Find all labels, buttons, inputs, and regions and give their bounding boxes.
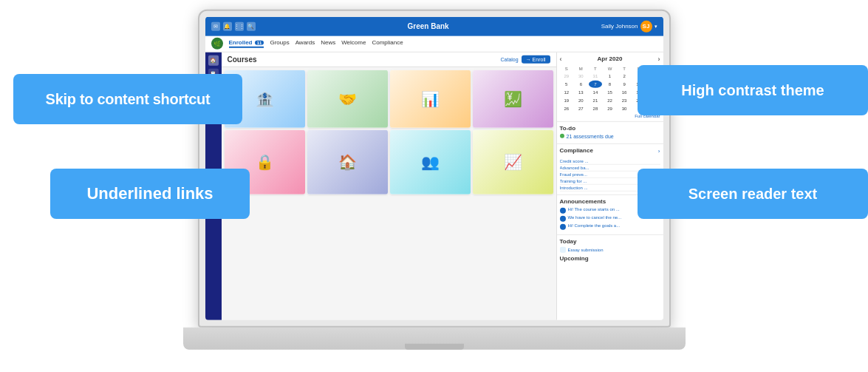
cal-day-27[interactable]: 27 [574, 104, 588, 112]
high-contrast-callout[interactable]: High contrast theme [638, 65, 868, 115]
username-label: Sally Johnson [601, 23, 638, 30]
calendar-month-year: Apr 2020 [598, 55, 623, 62]
cal-day-14[interactable]: 14 [589, 88, 603, 95]
cal-header-w: W [603, 65, 617, 71]
tab-groups[interactable]: Groups [270, 39, 289, 48]
tab-welcome[interactable]: Welcome [341, 39, 366, 48]
calendar-prev-icon[interactable]: ‹ [560, 55, 562, 62]
skip-to-content-label: Skip to content shortcut [46, 91, 211, 108]
today-icon [560, 246, 566, 252]
course-card-commercial-loans[interactable]: 🤝 Commercial loans Self paced: 30 days S… [307, 70, 388, 127]
cal-day-31[interactable]: 31 [589, 72, 603, 79]
todo-text[interactable]: 21 assessments due [567, 133, 614, 138]
today-section: Today Essay submission Upcoming [557, 234, 663, 266]
laptop-base [183, 327, 686, 349]
upcoming-section: Upcoming [560, 254, 660, 261]
cal-day-29[interactable]: 29 [560, 72, 574, 79]
cal-day-30b[interactable]: 30 [618, 104, 632, 112]
skip-to-content-callout[interactable]: Skip to content shortcut [13, 74, 242, 124]
underlined-links-label: Underlined links [86, 184, 213, 203]
tab-enrolled[interactable]: Enrolled 11 [229, 39, 264, 48]
enrolled-badge: 11 [255, 41, 264, 45]
compliance-title: Compliance [560, 146, 593, 153]
announcement-icon [560, 215, 566, 221]
enroll-button[interactable]: → Enroll [522, 55, 550, 63]
header-left-icons: ✉ 🔔 ⋮⋮ 🔍 [211, 21, 256, 30]
announcement-icon [560, 207, 566, 213]
course-card-marketing[interactable]: 📈 Marketing for Financial Products When:… [473, 130, 553, 195]
cal-day-13[interactable]: 13 [574, 88, 588, 95]
cal-day-1[interactable]: 1 [603, 72, 617, 79]
screen-reader-label: Screen reader text [688, 186, 818, 203]
compliance-arrow-icon[interactable]: › [658, 148, 660, 155]
course-card-financial-analysis[interactable]: 💹 Financial analysis Self paced: 40 days… [473, 70, 553, 127]
course-image-loans: 🤝 [307, 70, 388, 127]
avatar: SJ [640, 20, 652, 32]
tab-awards[interactable]: Awards [295, 39, 315, 48]
todo-section: To-do 21 assessments due [557, 121, 663, 143]
courses-actions: Catalog → Enroll [501, 55, 550, 63]
announcement-item-3: Hi! Complete the goals a... [560, 223, 660, 229]
user-info[interactable]: Sally Johnson SJ ▾ [601, 20, 657, 32]
courses-title: Courses [228, 55, 257, 63]
catalog-label[interactable]: Catalog [501, 56, 519, 61]
screen-reader-callout[interactable]: Screen reader text [638, 169, 868, 219]
cal-day-5[interactable]: 5 [560, 80, 574, 87]
underlined-links-callout[interactable]: Underlined links [50, 169, 250, 219]
cal-day-19[interactable]: 19 [560, 96, 574, 104]
cal-header-t2: T [618, 65, 632, 71]
search-icon[interactable]: 🔍 [247, 21, 256, 30]
today-item: Essay submission [560, 246, 660, 252]
announcement-text[interactable]: Hi! The course starts on ... [568, 206, 620, 212]
cal-header-s: S [560, 65, 574, 71]
bell-icon[interactable]: 🔔 [223, 21, 232, 30]
calendar-header: ‹ Apr 2020 › [560, 55, 660, 62]
compliance-header: Compliance › [560, 146, 660, 155]
high-contrast-label: High contrast theme [681, 82, 824, 99]
course-card-conflict[interactable]: 👥 Managing conflict in banking Micro cou… [390, 130, 471, 195]
courses-grid: 🏦 Advanced banking When: Aug 15 - Jan 31… [222, 67, 556, 197]
cal-day-9[interactable]: 9 [618, 80, 632, 87]
tab-news[interactable]: News [321, 39, 335, 48]
nav-tabs: Enrolled 11 Groups Awards News Welcome C… [229, 39, 403, 48]
courses-header: Courses Catalog → Enroll [222, 52, 556, 67]
todo-dot-icon [560, 134, 564, 138]
cal-day-23[interactable]: 23 [618, 96, 632, 104]
cal-day-2[interactable]: 2 [618, 72, 632, 79]
course-card-consumer-lending[interactable]: 🏠 Introduction to Consumer Lending When:… [307, 130, 388, 195]
cal-day-22[interactable]: 22 [603, 96, 617, 104]
announcement-text[interactable]: We have to cancel the ne... [568, 214, 622, 220]
todo-title: To-do [560, 124, 660, 131]
course-card-credit-score[interactable]: 📊 Credit score calculation Self paced: 1… [390, 70, 471, 127]
cal-day-26[interactable]: 26 [560, 104, 574, 112]
nav-bar: 🌿 Enrolled 11 Groups Awards News Welcome… [205, 35, 663, 52]
announcement-icon [560, 223, 566, 229]
course-image-conflict: 👥 [390, 130, 471, 195]
tab-compliance[interactable]: Compliance [372, 39, 403, 48]
today-item-text[interactable]: Essay submission [568, 247, 604, 251]
cal-day-28[interactable]: 28 [589, 104, 603, 112]
course-image-credit: 📊 [390, 70, 471, 127]
cal-day-29b[interactable]: 29 [603, 104, 617, 112]
message-icon[interactable]: ✉ [211, 21, 220, 30]
cal-day-16[interactable]: 16 [618, 88, 632, 95]
todo-item: 21 assessments due [560, 133, 660, 138]
announcement-text[interactable]: Hi! Complete the goals a... [568, 223, 621, 229]
cal-day-30[interactable]: 30 [574, 72, 588, 79]
cal-day-7-today[interactable]: 7 [589, 80, 603, 87]
sidebar-home-icon[interactable]: 🏠 [208, 55, 219, 65]
compliance-item-1[interactable]: Credit score ... [560, 158, 660, 164]
cal-day-15[interactable]: 15 [603, 88, 617, 95]
app-header: ✉ 🔔 ⋮⋮ 🔍 Green Bank Sally Johnson SJ ▾ [205, 16, 663, 35]
brand-logo: 🌿 [211, 38, 223, 50]
course-image-consumer: 🏠 [307, 130, 388, 195]
chevron-down-icon: ▾ [655, 23, 657, 29]
grid-icon[interactable]: ⋮⋮ [235, 21, 244, 30]
cal-day-20[interactable]: 20 [574, 96, 588, 104]
cal-day-6[interactable]: 6 [574, 80, 588, 87]
calendar-next-icon[interactable]: › [657, 55, 660, 62]
cal-day-12[interactable]: 12 [560, 88, 574, 95]
cal-day-21[interactable]: 21 [589, 96, 603, 104]
cal-day-8[interactable]: 8 [603, 80, 617, 87]
laptop-notch [405, 343, 464, 349]
